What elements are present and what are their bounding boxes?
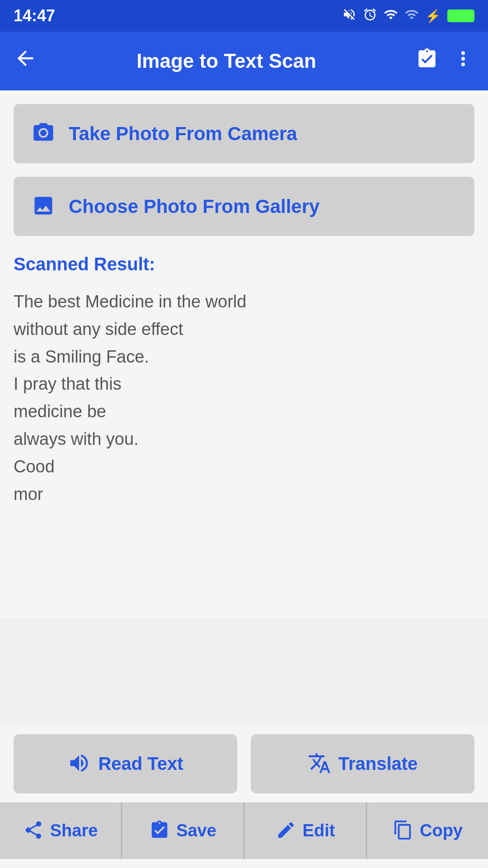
translate-button[interactable]: Translate	[251, 734, 474, 793]
gallery-button[interactable]: Choose Photo From Gallery	[14, 177, 474, 236]
save-to-clipboard-button[interactable]	[416, 47, 438, 75]
gallery-icon	[32, 194, 55, 219]
app-bar-actions	[416, 47, 474, 75]
battery-icon	[447, 9, 474, 22]
charging-icon: ⚡	[425, 9, 441, 24]
translate-icon	[308, 751, 331, 776]
save-label: Save	[176, 821, 216, 840]
alarm-icon	[363, 7, 377, 25]
bottom-actions: Read Text Translate Share	[0, 725, 488, 868]
main-content: Take Photo From Camera Choose Photo From…	[0, 90, 488, 618]
scanned-text-content: The best Medicine in the world without a…	[14, 288, 474, 604]
back-button[interactable]	[14, 47, 37, 75]
translate-label: Translate	[338, 754, 418, 774]
status-icons: ⚡	[342, 7, 474, 25]
copy-label: Copy	[420, 821, 463, 840]
read-text-button[interactable]: Read Text	[14, 734, 237, 793]
camera-button-label: Take Photo From Camera	[69, 123, 297, 145]
mute-icon	[342, 7, 357, 25]
gallery-button-label: Choose Photo From Gallery	[69, 196, 319, 217]
edit-label: Edit	[303, 821, 335, 840]
camera-icon	[32, 121, 55, 146]
signal-low-icon	[404, 7, 419, 25]
share-icon	[23, 820, 44, 842]
save-button[interactable]: Save	[122, 802, 244, 859]
read-text-label: Read Text	[98, 754, 183, 774]
signal-full-icon	[384, 7, 398, 25]
edit-icon	[276, 820, 296, 842]
bottom-row-top: Read Text Translate	[0, 725, 488, 802]
bottom-row-bottom: Share Save Edit Copy	[0, 802, 488, 868]
edit-button[interactable]: Edit	[244, 802, 366, 859]
camera-button[interactable]: Take Photo From Camera	[14, 104, 474, 163]
save-icon	[149, 820, 170, 842]
copy-icon	[393, 820, 413, 842]
copy-button[interactable]: Copy	[366, 802, 488, 859]
app-title: Image to Text Scan	[51, 50, 402, 72]
scanned-result-label: Scanned Result:	[14, 254, 474, 274]
volume-icon	[67, 751, 91, 776]
app-bar: Image to Text Scan	[0, 32, 488, 90]
share-button[interactable]: Share	[0, 802, 122, 859]
more-options-button[interactable]	[452, 47, 474, 75]
status-time: 14:47	[14, 6, 55, 25]
share-label: Share	[50, 821, 98, 840]
status-bar: 14:47 ⚡	[0, 0, 488, 32]
